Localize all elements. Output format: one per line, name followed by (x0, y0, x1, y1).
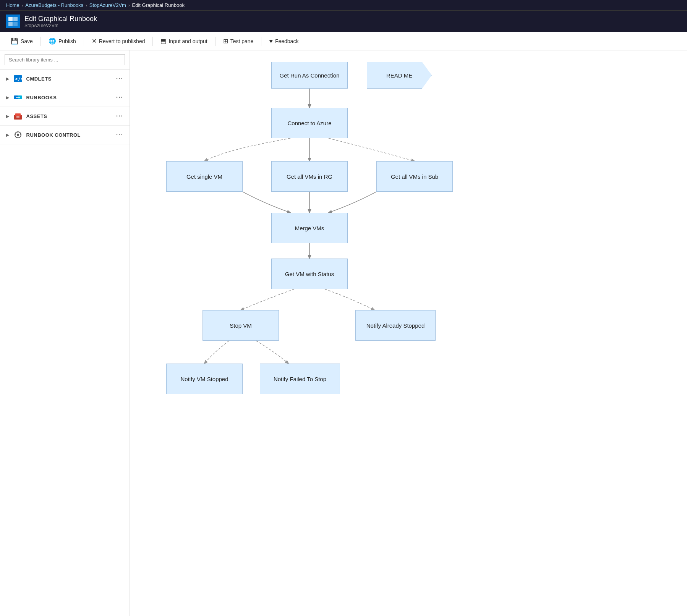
revert-label: Revert to published (99, 38, 145, 44)
canvas-inner: Get Run As Connection READ ME Connect to… (130, 50, 665, 604)
app-logo (6, 15, 20, 28)
cmdlets-arrow-icon: ▶ (6, 77, 10, 81)
save-label: Save (21, 38, 33, 44)
node-notify-already-stopped[interactable]: Notify Already Stopped (355, 310, 436, 341)
breadcrumb-current: Edit Graphical Runbook (132, 2, 185, 8)
node-connect-to-azure[interactable]: Connect to Azure (271, 108, 348, 138)
runbooks-more-icon[interactable]: ··· (116, 94, 123, 101)
assets-icon (13, 112, 23, 121)
toolbar-separator-2 (84, 37, 84, 46)
node-get-single-vm[interactable]: Get single VM (166, 161, 243, 192)
svg-rect-3 (13, 22, 18, 26)
sidebar-section-runbook-control: ▶ RUNBOOK CONTROL ··· (0, 126, 130, 144)
assets-more-icon[interactable]: ··· (116, 113, 123, 120)
node-get-vm-status[interactable]: Get VM with Status (271, 259, 348, 289)
publish-label: Publish (58, 38, 76, 44)
node-get-all-vms-sub[interactable]: Get all VMs in Sub (376, 161, 453, 192)
cmdlets-label: CMDLETS (26, 76, 52, 82)
sidebar-item-runbooks[interactable]: ▶ RUNBOOKS ··· (0, 88, 130, 107)
test-pane-button[interactable]: ⊞ Test pane (219, 35, 258, 47)
main-layout: ▶ </> CMDLETS ··· ▶ (0, 50, 687, 616)
breadcrumb-runbooks[interactable]: AzureBudgets - Runbooks (25, 2, 83, 8)
feedback-button[interactable]: ♥ Feedback (264, 36, 303, 47)
canvas[interactable]: Get Run As Connection READ ME Connect to… (130, 50, 687, 616)
svg-rect-2 (8, 22, 13, 26)
runbooks-arrow-icon: ▶ (6, 95, 10, 100)
search-input[interactable] (5, 54, 125, 65)
page-title-group: Edit Graphical Runbook StopAzureV2Vm (24, 15, 97, 28)
search-box (0, 50, 130, 70)
runbook-control-arrow-icon: ▶ (6, 133, 10, 137)
cmdlets-more-icon[interactable]: ··· (116, 75, 123, 82)
sidebar: ▶ </> CMDLETS ··· ▶ (0, 50, 130, 616)
page-title: Edit Graphical Runbook (24, 15, 97, 23)
node-notify-vm-stopped[interactable]: Notify VM Stopped (166, 364, 243, 394)
sidebar-item-runbook-control[interactable]: ▶ RUNBOOK CONTROL ··· (0, 126, 130, 144)
svg-rect-0 (8, 17, 13, 21)
test-pane-label: Test pane (230, 38, 254, 44)
top-bar: Edit Graphical Runbook StopAzureV2Vm (0, 11, 687, 32)
assets-arrow-icon: ▶ (6, 114, 10, 118)
runbook-control-label: RUNBOOK CONTROL (26, 132, 81, 138)
input-output-button[interactable]: ⬒ Input and output (156, 35, 212, 47)
publish-icon: 🌐 (49, 37, 56, 45)
svg-rect-10 (15, 113, 21, 116)
svg-point-13 (17, 134, 19, 136)
save-icon: 💾 (11, 37, 18, 45)
assets-label: ASSETS (26, 113, 47, 119)
save-button[interactable]: 💾 Save (6, 35, 37, 47)
node-get-run-as-connection[interactable]: Get Run As Connection (271, 62, 348, 89)
breadcrumb: Home › AzureBudgets - Runbooks › StopAzu… (0, 0, 687, 11)
cmdlets-icon: </> (13, 74, 23, 83)
runbooks-icon (13, 93, 23, 102)
node-merge-vms[interactable]: Merge VMs (271, 213, 348, 243)
feedback-label: Feedback (275, 38, 298, 44)
breadcrumb-home[interactable]: Home (6, 2, 19, 8)
input-output-icon: ⬒ (160, 37, 166, 45)
feedback-icon: ♥ (269, 38, 273, 45)
node-get-all-vms-rg[interactable]: Get all VMs in RG (271, 161, 348, 192)
toolbar-separator-3 (152, 37, 153, 46)
toolbar: 💾 Save 🌐 Publish ✕ Revert to published ⬒… (0, 32, 687, 50)
page-subtitle: StopAzureV2Vm (24, 23, 97, 28)
toolbar-separator-1 (41, 37, 41, 46)
input-output-label: Input and output (169, 38, 207, 44)
revert-button[interactable]: ✕ Revert to published (87, 35, 150, 47)
node-stop-vm[interactable]: Stop VM (203, 310, 279, 341)
svg-text:</>: </> (15, 76, 22, 82)
svg-rect-1 (13, 17, 18, 21)
node-notify-failed-to-stop[interactable]: Notify Failed To Stop (260, 364, 340, 394)
revert-icon: ✕ (92, 37, 97, 45)
breadcrumb-runbook-name[interactable]: StopAzureV2Vm (89, 2, 126, 8)
toolbar-separator-5 (261, 37, 261, 46)
sidebar-section-cmdlets: ▶ </> CMDLETS ··· (0, 70, 130, 88)
publish-button[interactable]: 🌐 Publish (44, 35, 81, 47)
sidebar-item-assets[interactable]: ▶ ASSETS ··· (0, 107, 130, 125)
test-pane-icon: ⊞ (223, 37, 228, 45)
svg-rect-11 (16, 116, 19, 118)
runbook-control-more-icon[interactable]: ··· (116, 131, 123, 138)
runbooks-label: RUNBOOKS (26, 95, 57, 100)
node-read-me[interactable]: READ ME (367, 62, 432, 89)
toolbar-separator-4 (215, 37, 215, 46)
sidebar-section-assets: ▶ ASSETS ··· (0, 107, 130, 126)
sidebar-item-cmdlets[interactable]: ▶ </> CMDLETS ··· (0, 70, 130, 88)
sidebar-section-runbooks: ▶ RUNBOOKS ··· (0, 88, 130, 107)
runbook-control-icon (13, 130, 23, 139)
